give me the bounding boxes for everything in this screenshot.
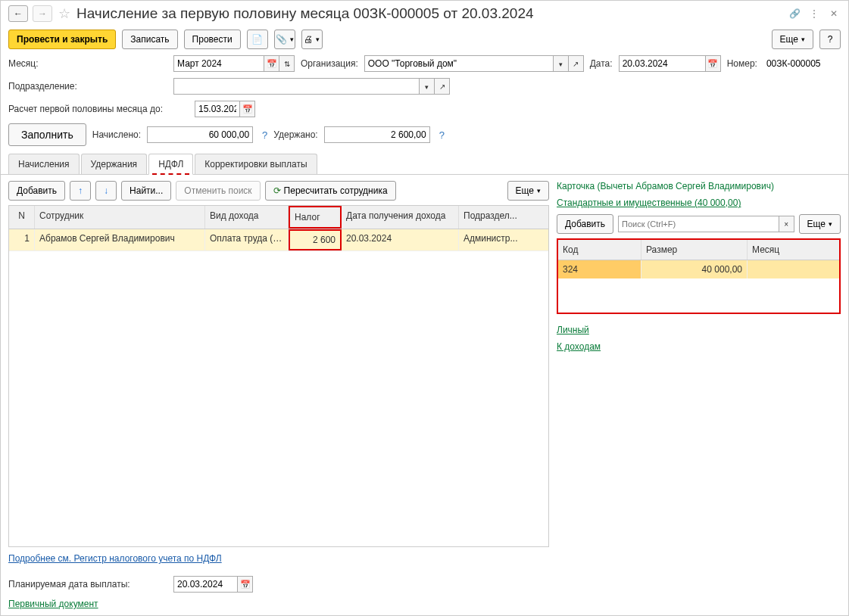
forward-button[interactable]: → xyxy=(33,5,52,22)
search-input[interactable] xyxy=(618,216,779,232)
clear-search-icon[interactable]: × xyxy=(779,216,794,232)
register-link[interactable]: Подробнее см. Регистр налогового учета п… xyxy=(8,553,222,564)
org-input[interactable] xyxy=(364,55,554,72)
primary-doc-link[interactable]: Первичный документ xyxy=(8,599,98,609)
th-subdivision: Подраздел... xyxy=(459,206,548,229)
updown-icon[interactable] xyxy=(279,55,295,72)
print-icon[interactable]: 🖨 xyxy=(301,30,323,49)
move-down-button[interactable]: ↓ xyxy=(95,181,117,201)
accrued-label: Начислено: xyxy=(92,129,141,140)
subdivision-open-icon[interactable] xyxy=(435,78,450,95)
withheld-label: Удержано: xyxy=(273,129,317,140)
number-input[interactable] xyxy=(763,55,839,72)
calc-until-label: Расчет первой половины месяца до: xyxy=(8,104,189,114)
cancel-search-button[interactable]: Отменить поиск xyxy=(176,181,260,201)
td-size: 40 000,00 xyxy=(641,260,748,278)
std-deductions-link[interactable]: Стандартные и имущественные (40 000,00) xyxy=(557,198,841,208)
td-employee: Абрамов Сергей Владимирович xyxy=(35,229,205,250)
calc-calendar-icon[interactable] xyxy=(240,101,255,117)
table-row[interactable]: 1 Абрамов Сергей Владимирович Оплата тру… xyxy=(9,229,548,251)
card-title[interactable]: Карточка (Вычеты Абрамов Сергей Владимир… xyxy=(557,181,841,191)
number-label: Номер: xyxy=(727,58,757,69)
subdivision-input[interactable] xyxy=(173,78,420,95)
planned-calendar-icon[interactable] xyxy=(238,576,253,593)
right-add-button[interactable]: Добавить xyxy=(557,214,613,234)
org-open-icon[interactable] xyxy=(569,55,584,72)
favorite-icon[interactable]: ☆ xyxy=(57,6,72,21)
th-n: N xyxy=(9,206,35,229)
td-code: 324 xyxy=(558,260,641,278)
th-size: Размер xyxy=(641,240,748,260)
link-icon[interactable]: 🔗 xyxy=(788,7,801,20)
post-and-close-button[interactable]: Провести и закрыть xyxy=(8,30,116,49)
page-title: Начисление за первую половину месяца 00З… xyxy=(76,5,783,22)
td-subdivision: Администр... xyxy=(459,229,548,250)
subdivision-label: Подразделение: xyxy=(8,81,167,92)
attach-icon[interactable]: 📎 xyxy=(274,30,295,49)
more-button[interactable]: Еще xyxy=(772,30,813,49)
td-income-date: 20.03.2024 xyxy=(342,229,459,250)
recalc-button[interactable]: ⟳Пересчитать сотрудника xyxy=(265,181,396,201)
planned-date-input[interactable] xyxy=(173,576,238,593)
right-more-button[interactable]: Еще xyxy=(799,214,841,234)
td-income-type: Оплата труда (о... xyxy=(205,229,289,250)
th-tax: Налог xyxy=(289,206,342,229)
month-label: Месяц: xyxy=(8,58,167,69)
tab-accruals[interactable]: Начисления xyxy=(8,154,80,174)
add-button[interactable]: Добавить xyxy=(8,181,65,201)
th-code: Код xyxy=(558,240,641,260)
back-button[interactable]: ← xyxy=(8,5,28,22)
to-income-link[interactable]: К доходам xyxy=(557,341,841,352)
table-row[interactable]: 324 40 000,00 xyxy=(558,260,839,278)
calendar-icon[interactable] xyxy=(264,55,279,72)
fill-button[interactable]: Заполнить xyxy=(8,123,86,146)
tab-withholdings[interactable]: Удержания xyxy=(81,154,148,174)
close-icon[interactable]: ✕ xyxy=(827,7,841,20)
deductions-table: Код Размер Месяц 324 40 000,00 xyxy=(557,238,841,314)
org-label: Организация: xyxy=(301,58,358,69)
accrued-input[interactable] xyxy=(147,126,253,143)
sub-more-button[interactable]: Еще xyxy=(507,181,549,201)
menu-icon[interactable]: ⋮ xyxy=(807,7,821,20)
withheld-help-icon[interactable]: ? xyxy=(439,129,445,141)
th-income-date: Дата получения дохода xyxy=(342,206,459,229)
subdivision-dropdown-icon[interactable] xyxy=(420,78,435,95)
th-employee: Сотрудник xyxy=(35,206,205,229)
date-calendar-icon[interactable] xyxy=(706,55,721,72)
move-up-button[interactable]: ↑ xyxy=(70,181,91,201)
td-n: 1 xyxy=(9,229,35,250)
org-dropdown-icon[interactable] xyxy=(554,55,569,72)
td-month xyxy=(748,260,839,278)
th-income-type: Вид дохода xyxy=(205,206,289,229)
post-button[interactable]: Провести xyxy=(184,30,241,49)
tab-ndfl[interactable]: НДФЛ xyxy=(148,154,193,175)
withheld-input[interactable] xyxy=(324,126,430,143)
month-input[interactable] xyxy=(173,55,264,72)
calc-until-input[interactable] xyxy=(195,101,240,117)
report-icon[interactable]: 📄 xyxy=(247,30,268,49)
planned-date-label: Планируемая дата выплаты: xyxy=(8,579,167,590)
td-tax: 2 600 xyxy=(289,229,342,250)
tab-corrections[interactable]: Корректировки выплаты xyxy=(195,154,317,174)
ndfl-table: N Сотрудник Вид дохода Налог Дата получе… xyxy=(8,205,549,547)
personal-link[interactable]: Личный xyxy=(557,325,841,335)
date-input[interactable] xyxy=(619,55,706,72)
save-button[interactable]: Записать xyxy=(122,30,177,49)
help-button[interactable]: ? xyxy=(819,30,841,49)
accrued-help-icon[interactable]: ? xyxy=(262,129,267,141)
th-month: Месяц xyxy=(748,240,839,260)
date-label: Дата: xyxy=(590,58,613,69)
find-button[interactable]: Найти... xyxy=(121,181,171,201)
